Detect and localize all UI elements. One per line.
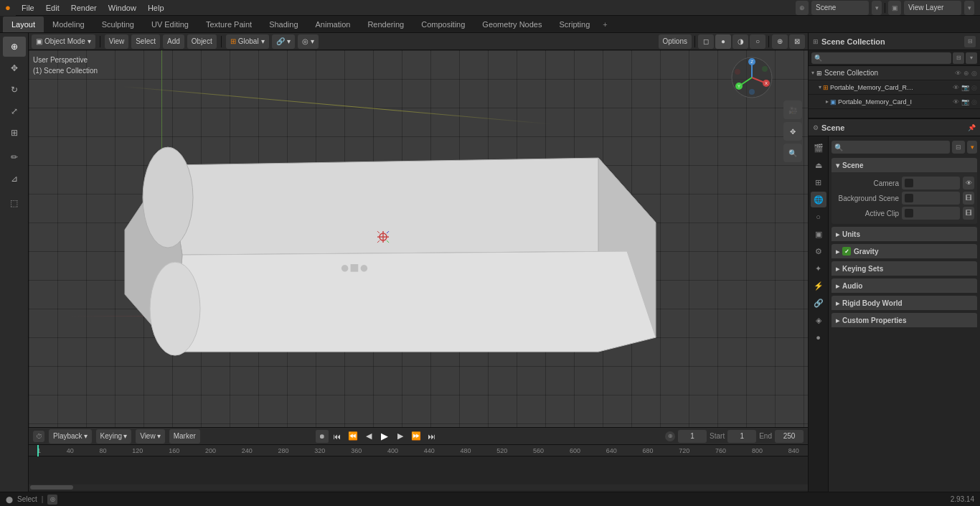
keying-menu[interactable]: Keying ▾	[96, 429, 132, 444]
prop-physics-btn[interactable]: ⚡	[811, 278, 826, 294]
outliner-sort-btn[interactable]: ⊟	[953, 52, 964, 64]
custom-props-header[interactable]: ▸ Custom Properties	[831, 313, 977, 327]
play-btn[interactable]: ▶	[377, 429, 392, 444]
tool-add-cube[interactable]: ⬚	[3, 193, 26, 213]
tool-move[interactable]: ✥	[3, 58, 26, 78]
outliner-item-2[interactable]: ▸ ▣ Portable_Memory_Card_I 👁 📷 ◎	[809, 95, 980, 109]
menu-edit[interactable]: Edit	[40, 0, 65, 16]
camera-view-btn[interactable]: 🎥	[783, 100, 802, 119]
item1-eye-icon[interactable]: 👁	[953, 84, 959, 91]
tab-add-button[interactable]: +	[598, 20, 611, 29]
root-render-icon[interactable]: ⊕	[963, 70, 969, 77]
timeline-scrollbar[interactable]	[29, 484, 808, 490]
scene-section-header[interactable]: ▾ Scene	[831, 158, 977, 172]
props-search-input[interactable]: 🔍	[831, 141, 950, 154]
start-frame-input[interactable]: 1	[727, 430, 756, 443]
tab-animation[interactable]: Animation	[307, 17, 359, 32]
menu-help[interactable]: Help	[142, 0, 170, 16]
blender-logo[interactable]: ●	[0, 0, 16, 16]
xray-toggle[interactable]: ⊠	[789, 34, 805, 49]
tab-sculpting[interactable]: Sculpting	[93, 17, 143, 32]
current-frame-input[interactable]: 1	[678, 430, 707, 443]
outliner-search[interactable]: 🔍	[811, 52, 951, 64]
units-header[interactable]: ▸ Units	[831, 227, 977, 241]
end-frame-input[interactable]: 250	[775, 430, 804, 443]
item2-eye-icon[interactable]: 👁	[953, 98, 959, 106]
props-filter-btn[interactable]: ⊟	[952, 141, 965, 154]
view-layer-icon[interactable]: ▣	[888, 1, 901, 15]
scene-options-icon[interactable]: ▾	[872, 1, 882, 15]
jump-to-end-btn[interactable]: ⏭	[425, 429, 439, 444]
tool-cursor[interactable]: ⊕	[3, 37, 26, 57]
timeline-scrollbar-thumb[interactable]	[30, 485, 73, 489]
timeline-tracks[interactable]	[29, 456, 808, 492]
menu-file[interactable]: File	[16, 0, 40, 16]
prop-object-btn[interactable]: ▣	[811, 226, 826, 242]
root-sel-icon[interactable]: ◎	[971, 70, 977, 77]
zoom-gizmo-btn[interactable]: 🔍	[783, 144, 802, 162]
solid-mode-btn[interactable]: ●	[715, 34, 731, 49]
outliner-filter-btn[interactable]: ⊟	[964, 36, 976, 47]
prop-world-btn[interactable]: ○	[811, 209, 826, 225]
tab-modeling[interactable]: Modeling	[44, 17, 93, 32]
scene-selector[interactable]: Scene	[811, 1, 869, 15]
tab-geometry-nodes[interactable]: Geometry Nodes	[473, 17, 550, 32]
view-layer-options-icon[interactable]: ▾	[964, 1, 974, 15]
record-btn[interactable]: ⏺	[316, 430, 329, 443]
camera-eye-btn[interactable]: 👁	[963, 177, 974, 189]
tab-compositing[interactable]: Compositing	[413, 17, 473, 32]
prop-render-btn[interactable]: 🎬	[811, 140, 826, 156]
keying-sets-header[interactable]: ▸ Keying Sets	[831, 261, 977, 276]
audio-header[interactable]: ▸ Audio	[831, 278, 977, 293]
jump-to-start-btn[interactable]: ⏮	[330, 429, 344, 444]
item1-sel-icon[interactable]: ◎	[971, 84, 977, 91]
prop-data-btn[interactable]: ◈	[811, 312, 826, 328]
tab-uv-editing[interactable]: UV Editing	[143, 17, 197, 32]
prop-particle-btn[interactable]: ✦	[811, 261, 826, 276]
prop-constraints-btn[interactable]: 🔗	[811, 295, 826, 311]
jump-next-keyframe-btn[interactable]: ⏩	[409, 429, 423, 444]
viewport-canvas[interactable]: ●■● Use	[29, 50, 808, 427]
proportional-edit[interactable]: ◎ ▾	[298, 34, 319, 49]
options-button[interactable]: Options	[659, 34, 692, 49]
timeline-view-menu[interactable]: View ▾	[136, 429, 165, 444]
fps-indicator[interactable]: ⊕	[665, 431, 675, 441]
menu-window[interactable]: Window	[103, 0, 142, 16]
outliner-icon[interactable]: ⊞	[813, 38, 819, 45]
tab-rendering[interactable]: Rendering	[359, 17, 413, 32]
mode-selector[interactable]: ▣ Object Mode ▾	[32, 34, 95, 49]
active-clip-value[interactable]	[902, 207, 960, 220]
item2-sel-icon[interactable]: ◎	[971, 98, 977, 106]
scene-selector-icon[interactable]: ⊕	[796, 1, 809, 15]
tool-scale[interactable]: ⤢	[3, 101, 26, 121]
material-mode-btn[interactable]: ◑	[732, 34, 748, 49]
props-active-filter[interactable]: ▾	[967, 141, 977, 154]
prop-output-btn[interactable]: ⏏	[811, 157, 826, 173]
outliner-root[interactable]: ▾ ⊞ Scene Collection 👁 ⊕ ◎	[809, 66, 980, 80]
marker-menu[interactable]: Marker	[169, 429, 200, 444]
outliner-item-1[interactable]: ▾ ⊞ Portable_Memory_Card_Reac 👁 📷 ◎	[809, 80, 980, 95]
tool-transform[interactable]: ⊞	[3, 123, 26, 143]
prop-modifier-btn[interactable]: ⚙	[811, 243, 826, 259]
overlay-toggle[interactable]: ⊕	[772, 34, 788, 49]
transform-orientation[interactable]: ⊞ Global ▾	[226, 34, 269, 49]
rendered-mode-btn[interactable]: ○	[750, 34, 765, 49]
background-scene-value[interactable]	[902, 192, 960, 205]
tool-measure[interactable]: ⊿	[3, 169, 26, 189]
prop-view-layer-btn[interactable]: ⊞	[811, 174, 826, 190]
view-menu[interactable]: View	[105, 34, 129, 49]
wireframe-mode-btn[interactable]: ◻	[698, 34, 714, 49]
add-menu[interactable]: Add	[163, 34, 184, 49]
prop-material-btn[interactable]: ●	[811, 329, 826, 345]
tool-annotate[interactable]: ✏	[3, 147, 26, 167]
rigid-body-header[interactable]: ▸ Rigid Body World	[831, 296, 977, 310]
playback-menu[interactable]: Playback ▾	[49, 429, 92, 444]
root-eye-icon[interactable]: 👁	[955, 70, 961, 77]
gravity-header[interactable]: ▸ ✓ Gravity	[831, 244, 977, 258]
prop-scene-btn[interactable]: 🌐	[811, 192, 826, 207]
object-menu[interactable]: Object	[187, 34, 217, 49]
camera-value[interactable]	[902, 177, 960, 189]
bg-scene-icon-btn[interactable]: 🎞	[963, 192, 974, 205]
gravity-checkbox[interactable]: ✓	[842, 247, 851, 256]
view-layer-selector[interactable]: View Layer	[904, 1, 961, 15]
